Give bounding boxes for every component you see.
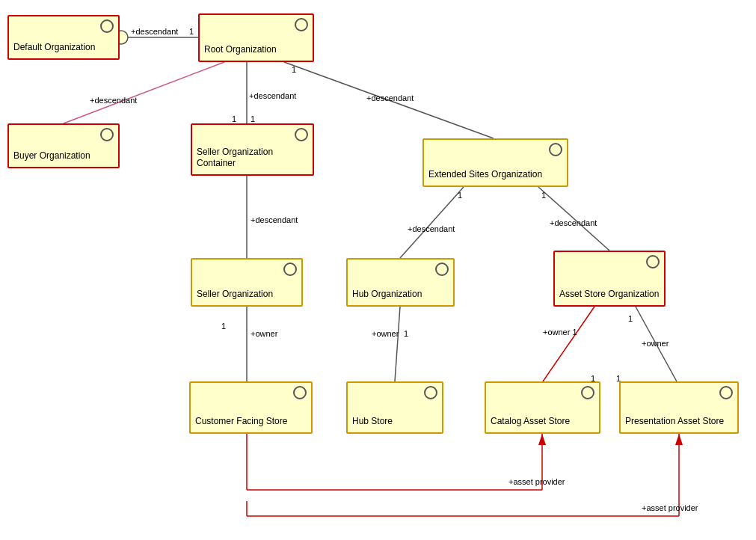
default-org-box: Default Organization (7, 15, 120, 60)
hub-org-circle-icon (435, 263, 449, 276)
catalog-asset-store-box: Catalog Asset Store (485, 381, 600, 434)
catalog-asset-store-circle-icon (581, 386, 594, 399)
root-org-label: Root Organization (204, 44, 277, 56)
svg-marker-42 (675, 434, 683, 445)
hub-store-label: Hub Store (352, 416, 393, 428)
svg-text:+owner: +owner (372, 329, 399, 338)
svg-line-27 (543, 307, 594, 381)
svg-line-29 (636, 307, 677, 381)
seller-org-box: Seller Organization (191, 258, 303, 307)
seller-org-container-box: Seller Organization Container (191, 123, 314, 176)
extended-sites-org-label: Extended Sites Organization (428, 169, 542, 181)
svg-line-10 (284, 62, 494, 138)
svg-text:1: 1 (221, 322, 226, 331)
buyer-org-circle-icon (100, 128, 114, 141)
extended-sites-org-box: Extended Sites Organization (422, 138, 568, 187)
buyer-org-label: Buyer Organization (13, 150, 90, 162)
svg-text:+descendant: +descendant (90, 96, 137, 105)
seller-org-circle-icon (283, 263, 297, 276)
svg-text:+descendant: +descendant (251, 215, 298, 224)
buyer-org-box: Buyer Organization (7, 123, 120, 168)
asset-store-org-circle-icon (646, 255, 660, 269)
svg-text:+asset provider: +asset provider (508, 477, 565, 486)
diagram-container: +descendant 1 +descendant +descendant 1 … (0, 0, 756, 540)
customer-facing-store-box: Customer Facing Store (189, 381, 313, 434)
hub-org-label: Hub Organization (352, 289, 422, 301)
seller-org-container-label: Seller Organization Container (197, 147, 308, 170)
svg-line-4 (64, 62, 224, 123)
presentation-asset-store-box: Presentation Asset Store (619, 381, 739, 434)
svg-text:1: 1 (189, 27, 194, 36)
svg-text:1: 1 (232, 114, 236, 123)
hub-store-circle-icon (424, 386, 437, 399)
svg-text:+descendant: +descendant (366, 93, 414, 102)
svg-text:1: 1 (292, 65, 296, 74)
seller-org-container-circle-icon (295, 128, 308, 141)
default-org-label: Default Organization (13, 42, 95, 54)
svg-text:1: 1 (251, 114, 255, 123)
extended-sites-org-circle-icon (549, 143, 562, 156)
svg-line-18 (538, 187, 609, 251)
svg-text:+descendant: +descendant (249, 91, 296, 100)
presentation-asset-store-label: Presentation Asset Store (625, 416, 724, 428)
catalog-asset-store-label: Catalog Asset Store (491, 416, 570, 428)
svg-text:1: 1 (404, 329, 408, 338)
svg-text:+asset provider: +asset provider (642, 503, 698, 512)
presentation-asset-store-circle-icon (719, 386, 733, 399)
svg-line-24 (395, 307, 400, 381)
svg-text:1: 1 (541, 191, 546, 200)
customer-facing-store-circle-icon (293, 386, 307, 399)
svg-text:+descendant: +descendant (131, 27, 178, 36)
svg-text:1: 1 (458, 191, 462, 200)
svg-text:1: 1 (628, 314, 633, 323)
default-org-circle-icon (100, 19, 114, 33)
hub-org-box: Hub Organization (346, 258, 455, 307)
asset-store-org-label: Asset Store Organization (559, 289, 659, 301)
svg-text:+descendant: +descendant (550, 218, 597, 227)
root-org-box: Root Organization (198, 13, 314, 62)
svg-text:+owner 1: +owner 1 (543, 328, 577, 337)
svg-text:+owner: +owner (642, 339, 669, 348)
root-org-circle-icon (295, 18, 308, 31)
svg-line-15 (400, 187, 464, 258)
hub-store-box: Hub Store (346, 381, 443, 434)
svg-text:+descendant: +descendant (408, 224, 455, 233)
svg-marker-37 (538, 434, 546, 445)
customer-facing-store-label: Customer Facing Store (195, 416, 287, 428)
svg-text:+owner: +owner (251, 329, 278, 338)
asset-store-org-box: Asset Store Organization (553, 251, 666, 307)
seller-org-label: Seller Organization (197, 289, 273, 301)
